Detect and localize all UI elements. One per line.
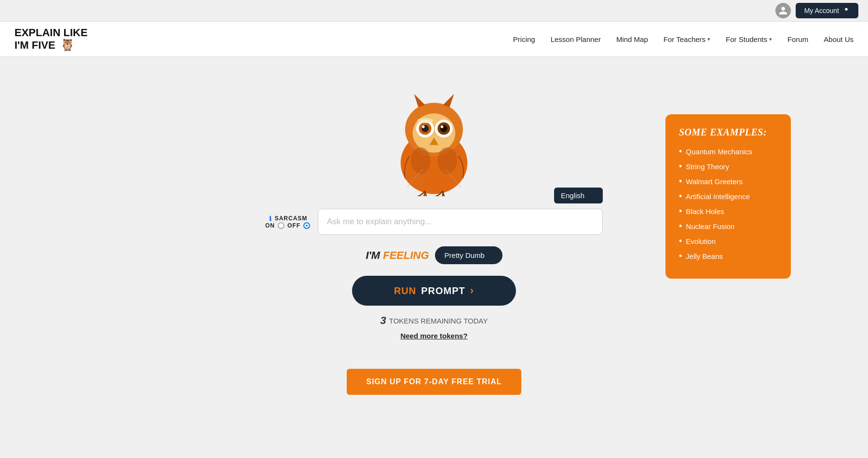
feeling-colored-text: FEELING: [383, 249, 429, 261]
sarcasm-on-label: ON: [265, 222, 275, 229]
svg-point-12: [441, 125, 444, 128]
nav-item-about-us[interactable]: About Us: [824, 35, 854, 43]
svg-point-14: [417, 118, 433, 123]
example-item[interactable]: Nuclear Fusion: [679, 221, 777, 231]
svg-point-8: [422, 125, 425, 128]
examples-list: Quantum MechanicsString TheoryWalmart Gr…: [679, 147, 777, 261]
input-lang-wrapper: English Spanish French German ℹ SARCASM …: [265, 206, 603, 235]
feeling-row: I'M FEELING Pretty Dumb Smart Genius Exp…: [366, 246, 502, 264]
feeling-select[interactable]: Pretty Dumb Smart Genius Expert: [435, 246, 502, 264]
run-label: RUN: [394, 285, 416, 296]
sarcasm-info-icon[interactable]: ℹ: [269, 215, 272, 222]
signup-button[interactable]: SIGN UP FOR 7-DAY FREE TRIAL: [347, 369, 521, 395]
sarcasm-off-label: OFF: [287, 222, 300, 229]
my-account-button[interactable]: My Account: [796, 3, 858, 18]
owl-image: [357, 76, 511, 201]
tokens-text: TOKENS REMAINING TODAY: [389, 317, 488, 325]
svg-point-16: [437, 147, 457, 174]
example-item[interactable]: Quantum Mechanics: [679, 147, 777, 157]
main-search-input[interactable]: [318, 209, 603, 235]
sarcasm-off-radio[interactable]: [303, 222, 310, 229]
example-item[interactable]: Jelly Beans: [679, 251, 777, 261]
run-prompt-button[interactable]: RUN PROMPT ›: [352, 276, 516, 306]
example-item[interactable]: String Theory: [679, 162, 777, 172]
chevron-down-icon: ▾: [769, 36, 772, 42]
examples-title: Some Examples:: [679, 127, 777, 138]
tokens-row: 3 TOKENS REMAINING TODAY: [380, 314, 488, 327]
prompt-label: PROMPT: [421, 285, 465, 296]
center-area: English Spanish French German ℹ SARCASM …: [265, 76, 603, 395]
nav-item-lesson-planner[interactable]: Lesson Planner: [551, 35, 601, 43]
nav-item-for-teachers[interactable]: For Teachers ▾: [664, 35, 710, 43]
account-area: My Account: [775, 3, 858, 18]
nav-item-forum[interactable]: Forum: [787, 35, 808, 43]
examples-panel: Some Examples: Quantum MechanicsString T…: [665, 114, 791, 279]
svg-marker-2: [414, 94, 425, 108]
logo-line1: EXPLAIN LIKE: [14, 27, 88, 39]
sarcasm-control: ℹ SARCASM ON OFF: [265, 215, 311, 229]
top-bar: My Account: [0, 0, 868, 22]
nav-links: Pricing Lesson Planner Mind Map For Teac…: [513, 35, 854, 43]
svg-marker-3: [443, 94, 454, 108]
nav-item-mind-map[interactable]: Mind Map: [616, 35, 648, 43]
example-item[interactable]: Black Holes: [679, 206, 777, 216]
example-item[interactable]: Evolution: [679, 236, 777, 246]
example-item[interactable]: Artificial Intelligence: [679, 191, 777, 202]
svg-point-15: [411, 147, 431, 174]
navbar: EXPLAIN LIKE I'M FIVE 🦉 Pricing Lesson P…: [0, 22, 868, 56]
nav-item-pricing[interactable]: Pricing: [513, 35, 535, 43]
sarcasm-label-text: SARCASM: [275, 215, 308, 222]
chevron-down-icon: ▾: [707, 36, 710, 42]
feeling-label: I'M FEELING: [366, 249, 429, 262]
my-account-label: My Account: [804, 7, 839, 14]
logo: EXPLAIN LIKE I'M FIVE 🦉: [14, 27, 88, 52]
token-count: 3: [380, 314, 386, 327]
arrow-icon: ›: [470, 284, 474, 297]
logo-owl-emoji: 🦉: [60, 39, 75, 51]
avatar: [775, 3, 791, 18]
owl-svg: [366, 81, 502, 196]
language-dropdown-wrapper: English Spanish French German: [554, 188, 603, 203]
main-content: English Spanish French German ℹ SARCASM …: [0, 56, 868, 395]
sarcasm-on-radio[interactable]: [278, 222, 285, 229]
nav-item-for-students[interactable]: For Students ▾: [726, 35, 772, 43]
input-row: ℹ SARCASM ON OFF: [265, 209, 603, 235]
example-item[interactable]: Walmart Greeters: [679, 176, 777, 187]
more-tokens-link[interactable]: Need more tokens?: [400, 332, 467, 340]
language-select[interactable]: English Spanish French German: [554, 188, 603, 203]
sarcasm-toggle: ON OFF: [265, 222, 311, 229]
logo-line2: I'M FIVE 🦉: [14, 39, 88, 51]
